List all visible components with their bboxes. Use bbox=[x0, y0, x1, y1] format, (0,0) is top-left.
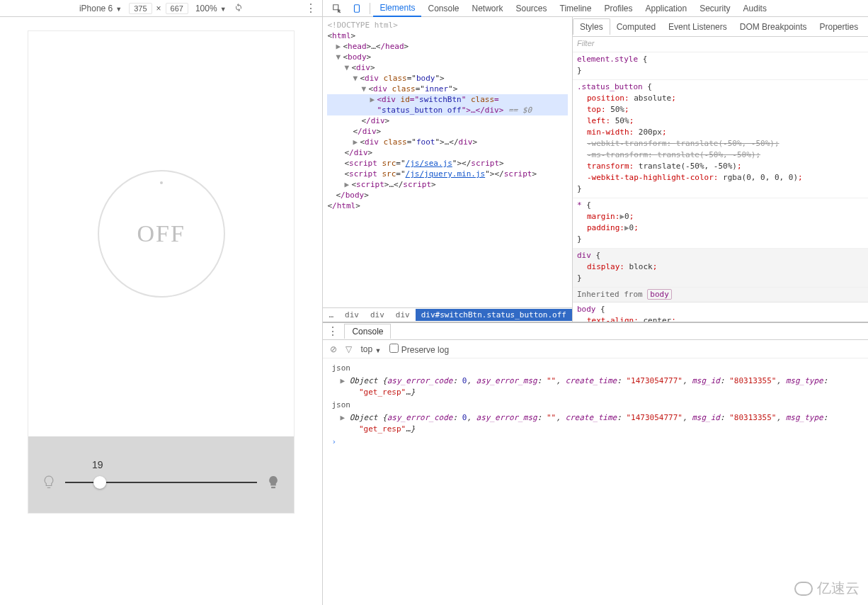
tab-sources[interactable]: Sources bbox=[510, 1, 554, 16]
more-icon[interactable]: ⋮ bbox=[305, 1, 316, 15]
height-input[interactable]: 667 bbox=[166, 3, 188, 14]
crumb[interactable]: div bbox=[339, 309, 365, 321]
console-output[interactable]: json ▶ Object {asy_error_code: 0, asy_er… bbox=[323, 358, 868, 605]
stab-computed[interactable]: Computed bbox=[610, 19, 662, 35]
chevron-down-icon: ▼ bbox=[115, 6, 122, 13]
zoom-select[interactable]: 100% ▼ bbox=[195, 4, 227, 13]
device-name: iPhone 6 bbox=[79, 4, 113, 13]
styles-tabs: Styles Computed Event Listeners DOM Brea… bbox=[573, 17, 868, 37]
slider bbox=[42, 475, 280, 490]
app-foot: 19 bbox=[28, 436, 294, 513]
console-tab-bar: ⋮ Console bbox=[323, 323, 868, 340]
divider bbox=[370, 3, 370, 14]
svg-rect-1 bbox=[355, 4, 360, 12]
devtools: Elements Console Network Sources Timelin… bbox=[323, 0, 868, 605]
selected-node[interactable]: ▶<div id="switchBtn" class="status_butto… bbox=[327, 94, 568, 115]
crumb[interactable]: … bbox=[323, 309, 339, 321]
chevron-down-icon: ▼ bbox=[220, 6, 227, 13]
slider-value: 19 bbox=[92, 459, 103, 470]
device-frame: OFF 19 bbox=[28, 31, 294, 513]
tab-elements[interactable]: Elements bbox=[373, 0, 421, 17]
more-icon[interactable]: ⋮ bbox=[327, 324, 338, 338]
inspect-icon[interactable] bbox=[327, 4, 347, 13]
crumb[interactable]: div bbox=[390, 309, 416, 321]
logo-icon bbox=[794, 582, 813, 596]
crumb[interactable]: div bbox=[365, 309, 390, 321]
width-input[interactable]: 375 bbox=[129, 3, 152, 14]
console-drawer: ⋮ Console ⊘ ▽ top ▼ Preserve log json ▶ … bbox=[323, 322, 868, 605]
dimension-x: × bbox=[156, 4, 161, 13]
watermark-text: 亿速云 bbox=[817, 579, 860, 598]
zoom-value: 100% bbox=[195, 4, 217, 13]
rotate-icon[interactable] bbox=[234, 2, 244, 14]
doctype: <!DOCTYPE html> bbox=[327, 21, 397, 30]
context-select[interactable]: top ▼ bbox=[360, 344, 381, 354]
switch-label: OFF bbox=[137, 220, 185, 247]
slider-thumb[interactable] bbox=[93, 476, 106, 489]
svg-rect-0 bbox=[271, 487, 275, 488]
styles-filter[interactable]: Filter bbox=[573, 37, 868, 52]
styles-panel: Styles Computed Event Listeners DOM Brea… bbox=[572, 17, 868, 322]
elements-panel: <!DOCTYPE html> <html> ▶<head>…</head> ▼… bbox=[323, 17, 572, 322]
watermark: 亿速云 bbox=[794, 579, 860, 598]
tab-application[interactable]: Application bbox=[639, 1, 693, 16]
breadcrumb: … div div div div#switchBtn.status_butto… bbox=[323, 307, 572, 322]
devtools-body: <!DOCTYPE html> <html> ▶<head>…</head> ▼… bbox=[323, 17, 868, 322]
dimensions: 375 × 667 bbox=[129, 3, 188, 14]
tab-audits[interactable]: Audits bbox=[737, 1, 773, 16]
switch-button[interactable]: OFF bbox=[98, 170, 225, 298]
device-mode-icon[interactable] bbox=[347, 4, 367, 13]
tab-console-drawer[interactable]: Console bbox=[344, 324, 391, 339]
viewport: OFF 19 bbox=[0, 17, 322, 605]
app-body: OFF bbox=[28, 31, 294, 436]
tab-security[interactable]: Security bbox=[693, 1, 736, 16]
filter-icon[interactable]: ▽ bbox=[346, 344, 352, 354]
stab-listeners[interactable]: Event Listeners bbox=[662, 19, 733, 35]
slider-track[interactable] bbox=[65, 482, 257, 483]
devtools-tabs: Elements Console Network Sources Timelin… bbox=[323, 0, 868, 17]
device-preview-pane: iPhone 6 ▼ 375 × 667 100% ▼ ⋮ OFF bbox=[0, 0, 323, 605]
console-toolbar: ⊘ ▽ top ▼ Preserve log bbox=[323, 340, 868, 358]
stab-styles[interactable]: Styles bbox=[573, 18, 610, 35]
tab-timeline[interactable]: Timeline bbox=[554, 1, 598, 16]
preserve-log[interactable]: Preserve log bbox=[389, 344, 449, 355]
tab-profiles[interactable]: Profiles bbox=[598, 1, 639, 16]
stab-dombp[interactable]: DOM Breakpoints bbox=[733, 19, 813, 35]
device-select[interactable]: iPhone 6 ▼ bbox=[79, 4, 122, 13]
app: iPhone 6 ▼ 375 × 667 100% ▼ ⋮ OFF bbox=[0, 0, 868, 605]
tab-console[interactable]: Console bbox=[421, 1, 465, 16]
clear-console-icon[interactable]: ⊘ bbox=[330, 344, 337, 354]
bulb-bright-icon bbox=[267, 475, 280, 490]
css-rules[interactable]: element.style {} .status_button { positi… bbox=[573, 52, 868, 322]
dom-tree[interactable]: <!DOCTYPE html> <html> ▶<head>…</head> ▼… bbox=[323, 17, 572, 307]
tab-network[interactable]: Network bbox=[466, 1, 510, 16]
stab-props[interactable]: Properties bbox=[813, 19, 864, 35]
device-toolbar: iPhone 6 ▼ 375 × 667 100% ▼ ⋮ bbox=[0, 0, 322, 17]
crumb-active[interactable]: div#switchBtn.status_button.off bbox=[416, 309, 572, 321]
bulb-dim-icon bbox=[42, 475, 55, 490]
